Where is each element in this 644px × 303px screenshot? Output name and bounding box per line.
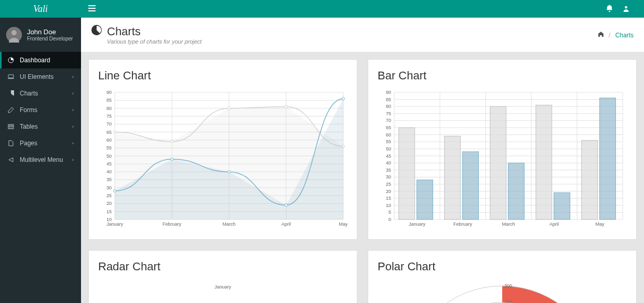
sidebar-item-ui-elements[interactable]: UI Elements ›: [0, 68, 81, 85]
svg-text:5: 5: [388, 210, 391, 215]
pie-chart-icon: [91, 25, 102, 38]
table-icon: [7, 123, 15, 130]
svg-rect-121: [536, 105, 552, 220]
file-icon: [7, 140, 15, 146]
svg-text:50: 50: [386, 146, 391, 152]
line-chart-tile: Line Chart 10152025303540455055606570758…: [88, 59, 357, 240]
laptop-icon: [7, 74, 15, 80]
sidebar-item-label: Multilevel Menu: [20, 156, 67, 163]
user-icon[interactable]: [623, 5, 629, 13]
svg-text:80: 80: [106, 106, 112, 111]
pie-chart-icon: [7, 90, 15, 97]
svg-rect-7: [8, 75, 14, 78]
user-role: Frontend Developer: [27, 36, 73, 42]
page-subtitle: Various type of charts for your project: [107, 38, 202, 45]
svg-point-59: [171, 140, 173, 143]
tile-title: Polar Chart: [378, 260, 627, 273]
sidebar-item-charts[interactable]: Charts ›: [0, 85, 81, 102]
sidebar-item-label: Tables: [20, 123, 67, 130]
svg-text:January: January: [106, 222, 124, 227]
chevron-right-icon: ›: [72, 124, 74, 129]
breadcrumb-separator: /: [609, 32, 610, 39]
svg-text:April: April: [549, 222, 559, 227]
svg-text:50: 50: [106, 154, 112, 159]
bars-icon: [88, 5, 96, 11]
tile-title: Line Chart: [98, 69, 347, 82]
svg-text:35: 35: [386, 168, 391, 173]
svg-text:25: 25: [106, 193, 112, 198]
sidebar-item-label: Forms: [20, 106, 67, 114]
svg-text:45: 45: [386, 154, 391, 159]
svg-point-60: [228, 107, 231, 109]
svg-rect-2: [88, 10, 96, 11]
main-content: Charts Various type of charts for your p…: [81, 18, 644, 303]
svg-point-58: [114, 131, 116, 133]
svg-rect-0: [88, 5, 96, 6]
svg-point-61: [285, 105, 288, 108]
svg-text:40: 40: [106, 169, 112, 174]
svg-text:35: 35: [106, 177, 112, 182]
polar-chart: 300250200150: [378, 281, 627, 303]
sidebar-item-tables[interactable]: Tables ›: [0, 118, 81, 135]
svg-text:65: 65: [386, 125, 391, 130]
svg-rect-110: [417, 180, 433, 219]
svg-point-3: [625, 6, 627, 8]
user-name: John Doe: [27, 28, 73, 36]
menu-toggle[interactable]: [81, 4, 103, 13]
svg-text:55: 55: [106, 145, 112, 150]
svg-point-65: [171, 158, 173, 160]
topbar: Vali: [0, 0, 644, 18]
breadcrumb-link[interactable]: Charts: [615, 32, 634, 39]
svg-text:40: 40: [386, 160, 391, 166]
sidebar-item-dashboard[interactable]: Dashboard: [0, 52, 81, 68]
sidebar-item-label: Dashboard: [20, 57, 74, 64]
svg-rect-125: [582, 141, 598, 219]
svg-text:80: 80: [386, 104, 391, 109]
svg-text:250: 250: [504, 300, 512, 303]
sidebar-item-label: Charts: [20, 90, 67, 97]
svg-text:85: 85: [386, 97, 391, 102]
chevron-right-icon: ›: [72, 141, 74, 146]
svg-text:February: February: [163, 222, 182, 227]
bell-icon[interactable]: [606, 4, 613, 13]
chevron-right-icon: ›: [72, 157, 74, 162]
chevron-right-icon: ›: [72, 74, 74, 79]
svg-rect-1: [88, 8, 96, 9]
svg-rect-114: [463, 152, 479, 219]
svg-text:January: January: [214, 284, 232, 290]
sidebar-item-pages[interactable]: Pages ›: [0, 135, 81, 152]
svg-rect-9: [8, 125, 14, 129]
topbar-right: [606, 4, 644, 13]
tile-title: Radar Chart: [98, 260, 347, 273]
svg-text:90: 90: [106, 90, 112, 95]
svg-text:15: 15: [106, 209, 112, 214]
tile-title: Bar Chart: [378, 69, 627, 82]
svg-text:85: 85: [106, 98, 112, 103]
page-title: Charts: [107, 25, 202, 38]
brand-logo[interactable]: Vali: [0, 0, 81, 18]
sidebar: John Doe Frontend Developer Dashboard UI…: [0, 18, 81, 303]
svg-text:April: April: [281, 222, 291, 227]
svg-text:75: 75: [386, 111, 391, 116]
avatar: [6, 27, 22, 43]
edit-icon: [7, 107, 15, 113]
svg-text:February: February: [453, 222, 473, 227]
svg-text:30: 30: [106, 185, 112, 190]
svg-text:10: 10: [386, 203, 391, 208]
svg-rect-118: [508, 163, 525, 219]
sidebar-item-forms[interactable]: Forms ›: [0, 102, 81, 118]
chevron-right-icon: ›: [72, 107, 74, 113]
svg-text:May: May: [339, 222, 347, 227]
svg-point-68: [342, 98, 345, 100]
svg-text:20: 20: [106, 201, 112, 206]
home-icon[interactable]: [598, 32, 606, 39]
radar-chart-tile: Radar Chart January: [88, 250, 357, 303]
chevron-right-icon: ›: [72, 91, 74, 96]
svg-point-66: [228, 171, 231, 173]
sidebar-item-multilevel[interactable]: Multilevel Menu ›: [0, 152, 81, 168]
svg-text:May: May: [595, 222, 605, 227]
svg-text:0: 0: [388, 217, 391, 222]
svg-text:March: March: [502, 222, 515, 227]
svg-rect-109: [399, 128, 415, 219]
sidebar-item-label: UI Elements: [20, 73, 67, 80]
